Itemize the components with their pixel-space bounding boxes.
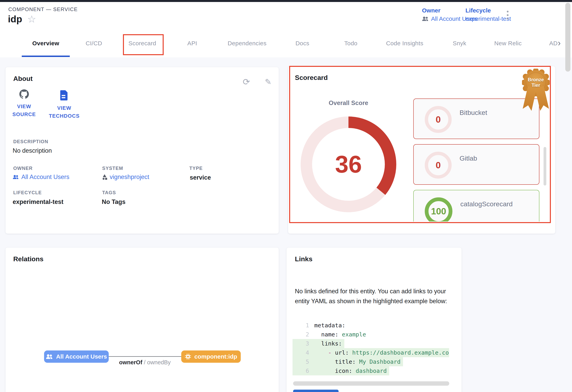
owner-field-value: All Account Users: [21, 173, 69, 180]
system-field-value: vigneshproject: [110, 173, 149, 180]
scorecard-item-bitbucket[interactable]: 0 Bitbucket: [413, 98, 539, 139]
links-card: Links No links defined for this entity. …: [286, 248, 461, 392]
system-field-link[interactable]: vigneshproject: [102, 173, 149, 180]
code-line: 1metadata:: [293, 321, 449, 330]
relation-node-component-label: component:idp: [194, 353, 237, 360]
owner-field-link[interactable]: All Account Users: [13, 173, 69, 180]
relation-edge-label: ownerOf / ownedBy: [105, 359, 184, 366]
refresh-icon[interactable]: ⟳: [243, 78, 250, 86]
tags-field-label: TAGS: [102, 190, 116, 196]
scorecard-card: Scorecard Overall Score 36 0 Bitbucket 0…: [288, 66, 555, 234]
code-line-highlighted: 4 - url: https://dashboard.example.co: [293, 348, 449, 357]
relations-card: Relations All Account Users component:i: [5, 248, 279, 392]
tags-field-value: No Tags: [102, 198, 126, 206]
scorecard-item-gitlab[interactable]: 0 Gitlab: [413, 144, 539, 185]
title-row: idp ☆: [8, 14, 36, 24]
scorecard-list-scrollbar[interactable]: [543, 147, 546, 185]
description-label: DESCRIPTION: [13, 139, 48, 144]
tab-new-relic[interactable]: New Relic: [485, 29, 531, 57]
people-icon: [13, 175, 19, 180]
scorecard-item-catalogscorecard[interactable]: 100 catalogScorecard: [413, 190, 539, 222]
active-tab-underline: [22, 56, 70, 57]
code-line-highlighted: 6 icon: dashboard: [293, 366, 389, 376]
tab-scorecard[interactable]: Scorecard: [125, 29, 160, 57]
view-techdocs-label: VIEW TECHDOCS: [48, 104, 81, 120]
tab-docs[interactable]: Docs: [288, 29, 316, 57]
tab-cicd[interactable]: CI/CD: [78, 29, 110, 57]
view-source-label: VIEW SOURCE: [11, 102, 37, 118]
scorecard-card-title: Scorecard: [295, 74, 328, 82]
about-card-title: About: [13, 75, 33, 82]
score-ring: 0: [425, 106, 452, 133]
code-horizontal-scrollbar[interactable]: [293, 381, 449, 386]
tab-overflow-truncated[interactable]: AD: [548, 29, 559, 57]
tab-api[interactable]: API: [180, 29, 205, 57]
relation-node-owner[interactable]: All Account Users: [44, 350, 109, 363]
overall-score-value: 36: [301, 116, 396, 212]
type-field-value: service: [190, 174, 211, 181]
chip-icon: [185, 353, 191, 360]
yaml-code-block: 1metadata: 2 name: example 3 links: 4 - …: [293, 321, 449, 378]
scorecard-item-name: Bitbucket: [460, 109, 487, 139]
tab-todo[interactable]: Todo: [337, 29, 365, 57]
system-icon: [102, 174, 107, 180]
scorecard-items-list: 0 Bitbucket 0 Gitlab 100 catalogScorecar…: [413, 94, 544, 222]
lifecycle-field-value: experimental-test: [13, 198, 64, 206]
page-header: COMPONENT — SERVICE idp ☆ Owner All Acco…: [0, 2, 572, 29]
about-card: About ⟳ ✎ VIEW SOURCE VIEW TECHDOCS DESC…: [5, 67, 279, 234]
relation-node-owner-label: All Account Users: [56, 353, 107, 360]
tab-bar: Overview CI/CD Scorecard API Dependencie…: [0, 29, 572, 57]
overall-score-gauge: 36: [301, 116, 396, 212]
techdocs-icon: [60, 90, 69, 100]
kebab-menu-icon[interactable]: [504, 11, 511, 20]
code-line: 2 name: example: [293, 330, 449, 339]
add-links-button-partial[interactable]: [293, 390, 339, 392]
links-card-title: Links: [295, 255, 313, 263]
github-icon: [19, 89, 29, 99]
code-line-highlighted: 3 links:: [293, 339, 344, 348]
tab-snyk[interactable]: Snyk: [445, 29, 474, 57]
relation-edge: [109, 356, 181, 357]
score-ring: 0: [425, 152, 452, 179]
relation-node-component[interactable]: component:idp: [181, 350, 241, 363]
breadcrumb: COMPONENT — SERVICE: [8, 6, 78, 13]
type-field-label: TYPE: [189, 165, 203, 171]
people-icon: [422, 16, 429, 21]
links-empty-message: No links defined for this entity. You ca…: [295, 286, 460, 306]
people-icon: [46, 354, 53, 359]
owner-field-label: OWNER: [13, 165, 33, 171]
page-scrollbar[interactable]: [565, 3, 571, 72]
tab-dependencies[interactable]: Dependencies: [218, 29, 276, 57]
tab-overview-label: Overview: [32, 40, 59, 47]
view-source-button[interactable]: VIEW SOURCE: [11, 89, 37, 118]
badge-text: Bronze Tier: [522, 69, 550, 96]
view-techdocs-button[interactable]: VIEW TECHDOCS: [48, 90, 81, 120]
code-line-highlighted: 5 title: My Dashboard: [293, 357, 403, 366]
overall-score-label: Overall Score: [301, 99, 396, 107]
favorite-star-icon[interactable]: ☆: [27, 14, 36, 24]
relations-card-title: Relations: [13, 255, 44, 263]
tabs-scroll-right-icon[interactable]: ›: [558, 29, 561, 57]
bronze-tier-badge: Bronze Tier: [522, 69, 550, 112]
scorecard-item-name: Gitlab: [460, 154, 477, 184]
page-title: idp: [8, 15, 22, 24]
description-value: No description: [13, 147, 52, 154]
tab-overview[interactable]: Overview: [22, 29, 70, 57]
tab-code-insights[interactable]: Code Insights: [377, 29, 433, 57]
edit-pencil-icon[interactable]: ✎: [265, 78, 271, 86]
scorecard-item-name: catalogScorecard: [460, 200, 513, 222]
entity-page: COMPONENT — SERVICE idp ☆ Owner All Acco…: [0, 0, 572, 392]
score-ring: 100: [425, 197, 452, 222]
system-field-label: SYSTEM: [102, 165, 123, 171]
lifecycle-field-label: LIFECYCLE: [13, 190, 42, 196]
top-window-bar: [0, 0, 572, 2]
